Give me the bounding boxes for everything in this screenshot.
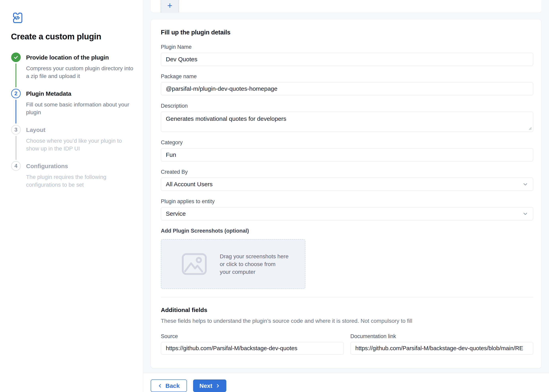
dropzone-line-1: Drag your screenshots here xyxy=(220,252,289,260)
step-2-description: Fill out some basic information about yo… xyxy=(26,101,134,116)
package-name-label: Package name xyxy=(161,73,533,80)
field-documentation-link: Documentation link xyxy=(350,333,533,355)
page-title: Create a custom plugin xyxy=(11,32,134,41)
step-connector xyxy=(15,63,16,87)
image-placeholder-icon xyxy=(182,253,207,275)
create-plugin-page: Create a custom plugin Provide location … xyxy=(0,0,549,392)
step-1-title: Provide location of the plugin xyxy=(26,54,134,61)
wizard-footer: Back Next xyxy=(143,373,549,392)
source-input[interactable] xyxy=(161,342,344,355)
step-4-description: The plugin requires the following config… xyxy=(26,173,134,189)
chevron-left-icon xyxy=(158,384,162,388)
field-created-by: Created By All Account Users xyxy=(161,169,533,191)
screenshots-dropzone[interactable]: Drag your screenshots here or click to c… xyxy=(161,239,305,289)
card-heading: Fill up the plugin details xyxy=(161,29,533,36)
step-4-title: Configurations xyxy=(26,163,134,169)
plus-icon: + xyxy=(167,1,172,10)
step-2-title: Plugin Metadata xyxy=(26,90,134,97)
step-2-body: Plugin Metadata Fill out some basic info… xyxy=(26,89,134,125)
chevron-down-icon xyxy=(523,182,528,187)
step-1-description: Compress your custom plugin directory in… xyxy=(26,64,134,80)
step-3-body: Layout Choose where you’d like your plug… xyxy=(26,125,134,161)
step-2-number-badge: 2 xyxy=(11,89,21,98)
plugin-name-input[interactable] xyxy=(161,53,533,66)
add-upload-button[interactable]: + xyxy=(161,0,179,13)
package-name-input[interactable] xyxy=(161,82,533,95)
check-icon xyxy=(13,55,19,60)
step-3-description: Choose where you’d like your plugin to s… xyxy=(26,137,134,152)
entity-select[interactable]: Service xyxy=(161,207,533,220)
description-textarea[interactable]: Generates motivational quotes for develo… xyxy=(161,112,533,132)
step-4-number-badge: 4 xyxy=(11,161,21,171)
description-label: Description xyxy=(161,103,533,109)
documentation-link-input[interactable] xyxy=(350,342,533,355)
main-content: + Fill up the plugin details Plugin Name… xyxy=(143,0,549,392)
wizard-stepper: Provide location of the plugin Compress … xyxy=(11,53,134,197)
step-connector xyxy=(15,100,16,124)
dropzone-text: Drag your screenshots here or click to c… xyxy=(220,252,289,276)
wizard-sidebar: Create a custom plugin Provide location … xyxy=(0,0,143,392)
step-1-rail xyxy=(11,53,21,89)
field-category: Category xyxy=(161,140,533,161)
upload-strip-card: + xyxy=(151,0,542,13)
plugin-code-icon xyxy=(11,12,23,24)
plugin-details-card: Fill up the plugin details Plugin Name P… xyxy=(151,19,542,368)
created-by-value: All Account Users xyxy=(166,181,213,188)
field-plugin-name: Plugin Name xyxy=(161,44,533,66)
back-button-label: Back xyxy=(165,382,180,389)
step-1-complete-badge xyxy=(11,53,21,62)
step-4-body: Configurations The plugin requires the f… xyxy=(26,161,134,197)
next-button[interactable]: Next xyxy=(193,379,226,392)
additional-fields-heading: Additional fields xyxy=(161,307,533,313)
step-provide-location[interactable]: Provide location of the plugin Compress … xyxy=(11,53,134,89)
step-2-rail: 2 xyxy=(11,89,21,125)
next-button-label: Next xyxy=(199,382,212,389)
field-entity: Plugin applies to entity Service xyxy=(161,198,533,220)
step-1-body: Provide location of the plugin Compress … xyxy=(26,53,134,89)
chevron-right-icon xyxy=(216,384,220,388)
back-button[interactable]: Back xyxy=(151,379,187,392)
step-3-number-badge: 3 xyxy=(11,125,21,134)
created-by-label: Created By xyxy=(161,169,533,175)
step-3-title: Layout xyxy=(26,126,134,133)
step-layout[interactable]: 3 Layout Choose where you’d like your pl… xyxy=(11,125,134,161)
category-input[interactable] xyxy=(161,148,533,161)
documentation-link-label: Documentation link xyxy=(350,333,533,339)
description-textarea-wrap: Generates motivational quotes for develo… xyxy=(161,112,533,132)
step-configurations[interactable]: 4 Configurations The plugin requires the… xyxy=(11,161,134,197)
additional-fields-row: Source Documentation link xyxy=(161,333,533,362)
plugin-name-label: Plugin Name xyxy=(161,44,533,50)
dropzone-line-3: your computer xyxy=(220,268,289,276)
entity-value: Service xyxy=(166,210,186,217)
dropzone-line-2: or click to choose from xyxy=(220,260,289,268)
field-source: Source xyxy=(161,333,344,355)
created-by-select[interactable]: All Account Users xyxy=(161,178,533,191)
field-package-name: Package name xyxy=(161,73,533,95)
entity-label: Plugin applies to entity xyxy=(161,198,533,204)
chevron-down-icon xyxy=(523,211,528,216)
step-3-rail: 3 xyxy=(11,125,21,161)
step-4-rail: 4 xyxy=(11,161,21,197)
field-description: Description Generates motivational quote… xyxy=(161,103,533,132)
source-label: Source xyxy=(161,333,344,339)
screenshots-label: Add Plugin Screenshots (optional) xyxy=(161,228,533,234)
step-connector xyxy=(16,136,16,160)
category-label: Category xyxy=(161,140,533,146)
step-plugin-metadata[interactable]: 2 Plugin Metadata Fill out some basic in… xyxy=(11,89,134,125)
additional-fields-subtext: These fields helps to understand the plu… xyxy=(161,318,533,324)
